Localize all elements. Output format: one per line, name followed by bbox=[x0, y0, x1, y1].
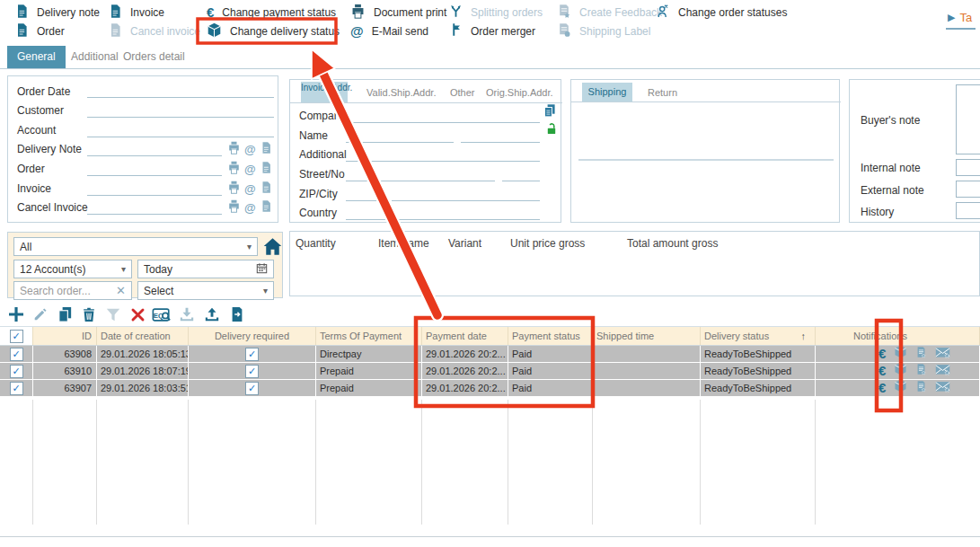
export-document-button[interactable] bbox=[226, 304, 248, 325]
order-button[interactable]: Order bbox=[14, 23, 65, 40]
account-input[interactable] bbox=[87, 137, 274, 137]
row-checkbox[interactable]: ✓ bbox=[10, 365, 23, 378]
delivery-required-checkbox[interactable]: ✓ bbox=[245, 348, 259, 361]
cancel-invoice-button[interactable]: Cancel invoice bbox=[108, 23, 200, 40]
tab-invoice-address[interactable]: Invoice Addr. bbox=[301, 82, 348, 103]
col-shipped-time[interactable]: Shipped time bbox=[593, 327, 701, 345]
history-input[interactable] bbox=[956, 202, 980, 219]
tab-orders-detail[interactable]: Orders detail bbox=[113, 46, 195, 68]
document-icon[interactable] bbox=[260, 199, 272, 216]
document-notification-icon[interactable] bbox=[915, 346, 927, 362]
print-icon[interactable] bbox=[227, 199, 241, 216]
col-delivery-required[interactable]: Delivery required bbox=[189, 327, 316, 345]
change-order-statuses-button[interactable]: Change order statuses bbox=[656, 4, 787, 21]
status-select[interactable]: Select ▾ bbox=[137, 281, 274, 300]
col-id[interactable]: ID bbox=[33, 327, 97, 345]
find-button[interactable]: EQ bbox=[151, 304, 172, 325]
tab-general[interactable]: General bbox=[7, 46, 66, 68]
email-notification-icon[interactable] bbox=[935, 363, 950, 379]
company-input[interactable] bbox=[346, 122, 540, 123]
email-notification-icon[interactable] bbox=[935, 380, 950, 396]
email-send-button[interactable]: @ E-Mail send bbox=[350, 23, 428, 40]
select-all-checkbox[interactable]: ✓ bbox=[10, 330, 23, 343]
invoice-button[interactable]: Invoice bbox=[108, 4, 164, 21]
col-delivery-status[interactable]: Delivery status↑ bbox=[701, 327, 816, 345]
email-icon[interactable]: @ bbox=[244, 143, 256, 156]
house-no-input[interactable] bbox=[502, 181, 540, 181]
order-row-63910[interactable]: ✓ 63910 29.01.2026 18:07:19 ✓ Prepaid 29… bbox=[0, 363, 980, 380]
email-notification-icon[interactable] bbox=[935, 346, 950, 362]
package-notification-icon[interactable] bbox=[894, 380, 907, 396]
tab-return[interactable]: Return bbox=[648, 87, 677, 98]
tab-orig-ship-addr[interactable]: Orig.Ship.Addr. bbox=[486, 87, 553, 98]
country-input[interactable] bbox=[346, 219, 540, 220]
email-icon[interactable]: @ bbox=[244, 201, 256, 215]
document-icon[interactable] bbox=[260, 141, 272, 158]
city-input[interactable] bbox=[392, 200, 540, 201]
document-notification-icon[interactable] bbox=[915, 363, 927, 379]
print-icon[interactable] bbox=[227, 181, 241, 198]
order-date-input[interactable] bbox=[87, 97, 274, 98]
document-icon[interactable] bbox=[260, 181, 272, 198]
search-order-input[interactable] bbox=[20, 285, 116, 297]
tab-shipping[interactable]: Shipping bbox=[582, 83, 632, 101]
collapse-panel-toggle[interactable]: ▶ Ta bbox=[946, 9, 976, 30]
row-checkbox[interactable]: ✓ bbox=[10, 382, 23, 395]
splitting-orders-button[interactable]: Splitting orders bbox=[449, 4, 543, 21]
external-note-input[interactable] bbox=[956, 181, 980, 198]
payment-notification-icon[interactable]: € bbox=[878, 347, 886, 361]
row-checkbox[interactable]: ✓ bbox=[10, 348, 23, 361]
clear-filter-button[interactable] bbox=[127, 304, 148, 325]
order-row-63907[interactable]: ✓ 63907 29.01.2026 18:03:51 ✓ Prepaid 29… bbox=[0, 380, 980, 397]
create-feedback-button[interactable]: Create Feedback bbox=[557, 4, 662, 21]
zip-input[interactable] bbox=[346, 200, 385, 201]
col-notifications[interactable]: Notifications bbox=[816, 327, 980, 345]
payment-notification-icon[interactable]: € bbox=[878, 364, 886, 378]
cancel-invoice-input[interactable] bbox=[87, 214, 222, 215]
order-row-63908[interactable]: ✓ 63908 29.01.2026 18:05:13 ✓ Directpay … bbox=[0, 346, 980, 363]
package-notification-icon[interactable] bbox=[894, 346, 907, 362]
edit-order-button[interactable] bbox=[30, 304, 51, 325]
additional-input[interactable] bbox=[346, 161, 540, 162]
copy-address-icon[interactable] bbox=[543, 103, 557, 122]
export-button[interactable] bbox=[201, 304, 223, 325]
document-icon[interactable] bbox=[260, 161, 272, 178]
document-print-button[interactable]: Document print bbox=[350, 4, 446, 21]
shipping-label-button[interactable]: Shipping Label bbox=[557, 23, 650, 40]
delivery-note-input[interactable] bbox=[87, 155, 222, 156]
buyers-note-textarea[interactable] bbox=[956, 84, 980, 154]
customer-input[interactable] bbox=[87, 117, 274, 118]
document-notification-icon[interactable] bbox=[915, 380, 927, 396]
print-icon[interactable] bbox=[227, 161, 241, 178]
tab-valid-ship-addr[interactable]: Valid.Ship.Addr. bbox=[366, 87, 436, 98]
copy-order-button[interactable] bbox=[54, 304, 75, 325]
col-terms-of-payment[interactable]: Terms Of Payment bbox=[316, 327, 422, 345]
clear-search-icon[interactable]: ✕ bbox=[116, 284, 126, 297]
payment-notification-icon[interactable]: € bbox=[878, 381, 886, 395]
delivery-required-checkbox[interactable]: ✓ bbox=[245, 382, 259, 395]
internal-note-input[interactable] bbox=[956, 159, 980, 176]
order-input[interactable] bbox=[87, 175, 222, 176]
street-input[interactable] bbox=[346, 181, 495, 181]
email-icon[interactable]: @ bbox=[244, 163, 256, 176]
order-merger-button[interactable]: Order merger bbox=[449, 23, 535, 40]
view-filter-select[interactable]: All ▾ bbox=[13, 237, 258, 256]
invoice-input[interactable] bbox=[87, 195, 222, 196]
col-date-of-creation[interactable]: Date of creation bbox=[97, 327, 189, 345]
change-payment-status-button[interactable]: € Change payment status bbox=[207, 4, 336, 21]
first-name-input[interactable] bbox=[346, 142, 454, 143]
change-delivery-status-button[interactable]: Change delivery status bbox=[207, 23, 340, 40]
import-button[interactable] bbox=[176, 304, 198, 325]
tab-other-addr[interactable]: Other bbox=[450, 87, 475, 98]
email-icon[interactable]: @ bbox=[244, 182, 256, 196]
col-payment-status[interactable]: Payment status bbox=[508, 327, 593, 345]
home-icon[interactable] bbox=[262, 236, 283, 260]
delete-order-button[interactable] bbox=[78, 304, 100, 325]
accounts-filter-select[interactable]: 12 Account(s) ▾ bbox=[13, 260, 132, 278]
package-notification-icon[interactable] bbox=[894, 363, 907, 379]
add-order-button[interactable] bbox=[5, 304, 27, 325]
delivery-required-checkbox[interactable]: ✓ bbox=[245, 365, 259, 378]
last-name-input[interactable] bbox=[461, 142, 540, 143]
delivery-note-button[interactable]: Delivery note bbox=[14, 4, 100, 21]
col-payment-date[interactable]: Payment date bbox=[422, 327, 508, 345]
